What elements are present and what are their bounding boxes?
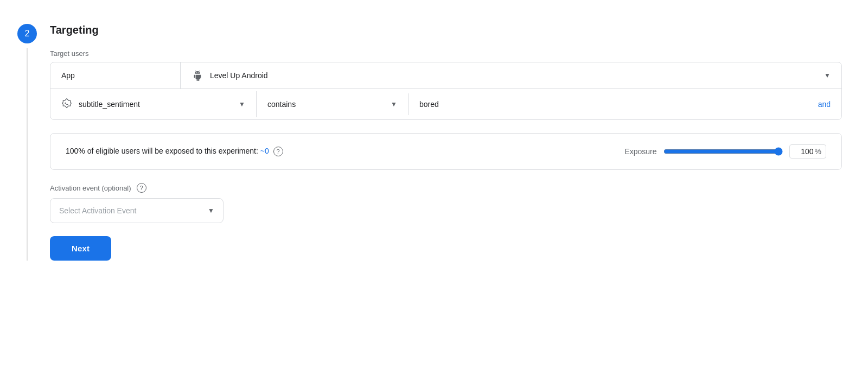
filter-operator-dropdown[interactable]: contains ▼ — [257, 93, 409, 115]
exposure-help-icon[interactable]: ? — [273, 147, 283, 156]
svg-rect-1 — [66, 104, 68, 105]
android-icon — [192, 69, 203, 81]
filter-property-value: subtitle_sentiment — [79, 100, 234, 109]
filter-property-dropdown[interactable]: subtitle_sentiment ▼ — [50, 91, 257, 117]
exposure-percent: % — [815, 147, 821, 156]
app-label: App — [50, 62, 181, 88]
filter-operator-value: contains — [267, 100, 386, 109]
filter-row: subtitle_sentiment ▼ contains ▼ bored an… — [50, 89, 841, 119]
app-row: App Level Up Android ▼ — [50, 62, 841, 89]
and-link[interactable]: and — [818, 100, 831, 109]
filter-value-text: bored — [419, 100, 439, 109]
step-indicator: 2 — [17, 22, 37, 261]
exposure-label: Exposure — [624, 147, 656, 156]
target-users-box: App Level Up Android ▼ — [50, 62, 842, 120]
operator-dropdown-arrow: ▼ — [391, 100, 397, 108]
app-dropdown-value: Level Up Android — [210, 71, 820, 80]
next-button[interactable]: Next — [50, 236, 111, 261]
page-title: Targeting — [50, 24, 842, 36]
property-icon — [61, 98, 72, 111]
svg-point-0 — [65, 103, 66, 104]
exposure-text: 100% of eligible users will be exposed t… — [66, 147, 624, 156]
content-area: Targeting Target users App Level Up Andr… — [50, 22, 868, 261]
step-number: 2 — [17, 24, 37, 43]
activation-help-icon[interactable]: ? — [137, 183, 146, 193]
activation-event-dropdown[interactable]: Select Activation Event ▼ — [50, 198, 224, 223]
activation-dropdown-arrow: ▼ — [208, 207, 214, 214]
exposure-box: 100% of eligible users will be exposed t… — [50, 133, 842, 170]
app-dropdown-arrow: ▼ — [824, 72, 831, 79]
filter-value-cell: bored and — [409, 93, 841, 115]
exposure-slider[interactable] — [663, 147, 783, 156]
exposure-description: 100% of eligible users will be exposed t… — [66, 147, 258, 155]
exposure-count: ~0 — [260, 147, 269, 155]
activation-label: Activation event (optional) ? — [50, 183, 842, 193]
property-dropdown-arrow: ▼ — [239, 100, 245, 108]
activation-placeholder: Select Activation Event — [59, 206, 136, 215]
property-svg — [61, 98, 72, 109]
exposure-value-input[interactable] — [794, 147, 814, 156]
page-container: 2 Targeting Target users App Level Up An… — [0, 13, 868, 269]
activation-label-text: Activation event (optional) — [50, 184, 131, 192]
app-dropdown[interactable]: Level Up Android ▼ — [181, 63, 841, 88]
target-users-label: Target users — [50, 49, 842, 58]
exposure-value-box: % — [789, 144, 826, 159]
step-line — [27, 48, 28, 261]
exposure-controls: Exposure % — [624, 144, 826, 159]
